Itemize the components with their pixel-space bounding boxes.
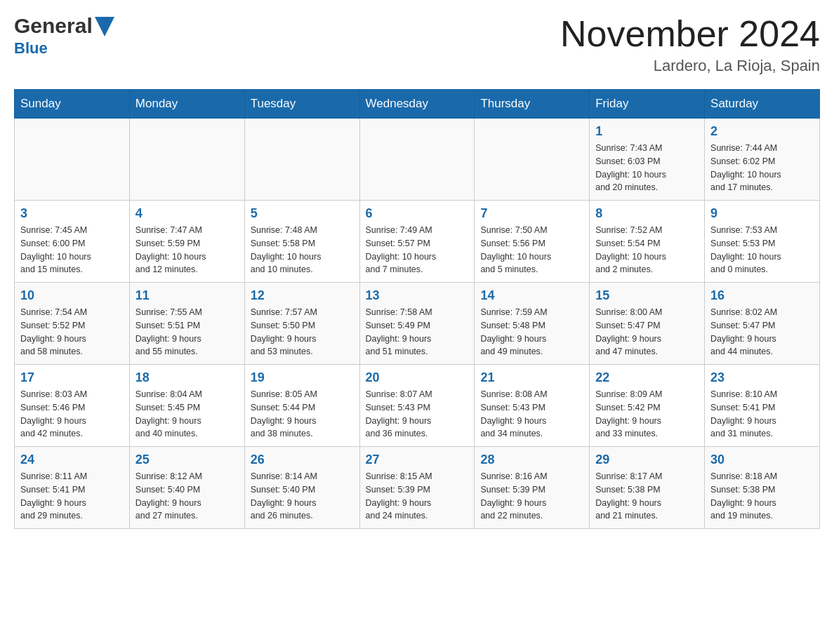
calendar-day-cell: 15Sunrise: 8:00 AM Sunset: 5:47 PM Dayli… [590,283,705,365]
calendar-day-cell: 11Sunrise: 7:55 AM Sunset: 5:51 PM Dayli… [129,283,244,365]
day-info: Sunrise: 7:44 AM Sunset: 6:02 PM Dayligh… [710,142,814,194]
day-info: Sunrise: 8:11 AM Sunset: 5:41 PM Dayligh… [20,470,124,523]
day-info: Sunrise: 7:59 AM Sunset: 5:48 PM Dayligh… [480,306,583,358]
calendar-week-row: 3Sunrise: 7:45 AM Sunset: 6:00 PM Daylig… [15,201,820,283]
day-info: Sunrise: 8:07 AM Sunset: 5:43 PM Dayligh… [366,388,469,441]
header-saturday: Saturday [705,90,820,119]
day-info: Sunrise: 7:43 AM Sunset: 6:03 PM Dayligh… [595,142,699,194]
day-info: Sunrise: 7:49 AM Sunset: 5:57 PM Dayligh… [366,224,469,276]
day-number: 21 [480,370,583,385]
day-number: 27 [366,452,469,467]
logo: General Blue [14,14,114,58]
calendar-day-cell: 1Sunrise: 7:43 AM Sunset: 6:03 PM Daylig… [590,119,705,201]
day-number: 30 [710,452,814,467]
svg-marker-0 [95,17,114,36]
day-info: Sunrise: 8:05 AM Sunset: 5:44 PM Dayligh… [251,388,354,441]
day-number: 14 [480,288,583,303]
header-monday: Monday [129,90,244,119]
day-info: Sunrise: 8:12 AM Sunset: 5:40 PM Dayligh… [135,470,239,523]
calendar-day-cell [475,119,590,201]
calendar-day-cell: 2Sunrise: 7:44 AM Sunset: 6:02 PM Daylig… [705,119,820,201]
calendar-day-cell: 17Sunrise: 8:03 AM Sunset: 5:46 PM Dayli… [15,365,130,447]
header-sunday: Sunday [15,90,130,119]
calendar-day-cell: 4Sunrise: 7:47 AM Sunset: 5:59 PM Daylig… [129,201,244,283]
calendar-day-cell: 6Sunrise: 7:49 AM Sunset: 5:57 PM Daylig… [359,201,475,283]
calendar-day-cell: 9Sunrise: 7:53 AM Sunset: 5:53 PM Daylig… [705,201,820,283]
day-number: 5 [251,206,354,221]
day-number: 1 [595,124,699,139]
day-number: 26 [251,452,354,467]
calendar-week-row: 24Sunrise: 8:11 AM Sunset: 5:41 PM Dayli… [15,447,820,529]
day-number: 6 [366,206,469,221]
calendar-day-cell: 8Sunrise: 7:52 AM Sunset: 5:54 PM Daylig… [590,201,705,283]
calendar-day-cell [359,119,475,201]
calendar-day-cell: 24Sunrise: 8:11 AM Sunset: 5:41 PM Dayli… [15,447,130,529]
day-number: 15 [595,288,699,303]
day-info: Sunrise: 7:52 AM Sunset: 5:54 PM Dayligh… [595,224,699,276]
day-number: 24 [20,452,124,467]
calendar-day-cell [129,119,244,201]
calendar-day-cell [15,119,130,201]
day-info: Sunrise: 8:17 AM Sunset: 5:38 PM Dayligh… [595,470,699,523]
calendar-day-cell: 19Sunrise: 8:05 AM Sunset: 5:44 PM Dayli… [244,365,359,447]
day-info: Sunrise: 7:53 AM Sunset: 5:53 PM Dayligh… [710,224,814,276]
calendar-header-row: Sunday Monday Tuesday Wednesday Thursday… [15,90,820,119]
day-info: Sunrise: 7:45 AM Sunset: 6:00 PM Dayligh… [20,224,124,276]
calendar-day-cell: 14Sunrise: 7:59 AM Sunset: 5:48 PM Dayli… [475,283,590,365]
day-number: 18 [135,370,239,385]
day-info: Sunrise: 8:00 AM Sunset: 5:47 PM Dayligh… [595,306,699,358]
day-info: Sunrise: 7:58 AM Sunset: 5:49 PM Dayligh… [366,306,469,358]
calendar-week-row: 17Sunrise: 8:03 AM Sunset: 5:46 PM Dayli… [15,365,820,447]
day-info: Sunrise: 7:48 AM Sunset: 5:58 PM Dayligh… [251,224,354,276]
day-number: 16 [710,288,814,303]
calendar-day-cell: 13Sunrise: 7:58 AM Sunset: 5:49 PM Dayli… [359,283,475,365]
day-number: 20 [366,370,469,385]
logo-general-text: General [14,14,93,38]
calendar-day-cell: 21Sunrise: 8:08 AM Sunset: 5:43 PM Dayli… [475,365,590,447]
day-number: 2 [710,124,814,139]
header-thursday: Thursday [475,90,590,119]
day-number: 19 [251,370,354,385]
header-wednesday: Wednesday [359,90,475,119]
calendar-day-cell: 18Sunrise: 8:04 AM Sunset: 5:45 PM Dayli… [129,365,244,447]
calendar-subtitle: Lardero, La Rioja, Spain [560,57,820,75]
calendar-day-cell: 10Sunrise: 7:54 AM Sunset: 5:52 PM Dayli… [15,283,130,365]
day-info: Sunrise: 8:14 AM Sunset: 5:40 PM Dayligh… [251,470,354,523]
calendar-day-cell: 30Sunrise: 8:18 AM Sunset: 5:38 PM Dayli… [705,447,820,529]
day-info: Sunrise: 8:16 AM Sunset: 5:39 PM Dayligh… [480,470,583,523]
day-number: 12 [251,288,354,303]
day-number: 4 [135,206,239,221]
header-tuesday: Tuesday [244,90,359,119]
day-info: Sunrise: 7:50 AM Sunset: 5:56 PM Dayligh… [480,224,583,276]
day-number: 23 [710,370,814,385]
calendar-week-row: 10Sunrise: 7:54 AM Sunset: 5:52 PM Dayli… [15,283,820,365]
day-number: 25 [135,452,239,467]
calendar-day-cell: 22Sunrise: 8:09 AM Sunset: 5:42 PM Dayli… [590,365,705,447]
day-info: Sunrise: 8:03 AM Sunset: 5:46 PM Dayligh… [20,388,124,441]
day-number: 17 [20,370,124,385]
calendar-day-cell [244,119,359,201]
day-number: 3 [20,206,124,221]
logo-blue-text: Blue [14,39,48,58]
calendar-day-cell: 25Sunrise: 8:12 AM Sunset: 5:40 PM Dayli… [129,447,244,529]
logo-triangle-icon [95,17,114,36]
day-info: Sunrise: 8:10 AM Sunset: 5:41 PM Dayligh… [710,388,814,441]
day-number: 22 [595,370,699,385]
day-number: 28 [480,452,583,467]
calendar-table: Sunday Monday Tuesday Wednesday Thursday… [14,89,820,529]
title-section: November 2024 Lardero, La Rioja, Spain [560,14,820,75]
calendar-day-cell: 28Sunrise: 8:16 AM Sunset: 5:39 PM Dayli… [475,447,590,529]
calendar-day-cell: 3Sunrise: 7:45 AM Sunset: 6:00 PM Daylig… [15,201,130,283]
calendar-day-cell: 27Sunrise: 8:15 AM Sunset: 5:39 PM Dayli… [359,447,475,529]
day-number: 7 [480,206,583,221]
calendar-day-cell: 12Sunrise: 7:57 AM Sunset: 5:50 PM Dayli… [244,283,359,365]
calendar-day-cell: 20Sunrise: 8:07 AM Sunset: 5:43 PM Dayli… [359,365,475,447]
calendar-day-cell: 16Sunrise: 8:02 AM Sunset: 5:47 PM Dayli… [705,283,820,365]
page-header: General Blue November 2024 Lardero, La R… [14,14,820,75]
calendar-day-cell: 29Sunrise: 8:17 AM Sunset: 5:38 PM Dayli… [590,447,705,529]
day-number: 8 [595,206,699,221]
day-number: 9 [710,206,814,221]
day-info: Sunrise: 7:54 AM Sunset: 5:52 PM Dayligh… [20,306,124,358]
day-number: 10 [20,288,124,303]
day-info: Sunrise: 8:02 AM Sunset: 5:47 PM Dayligh… [710,306,814,358]
